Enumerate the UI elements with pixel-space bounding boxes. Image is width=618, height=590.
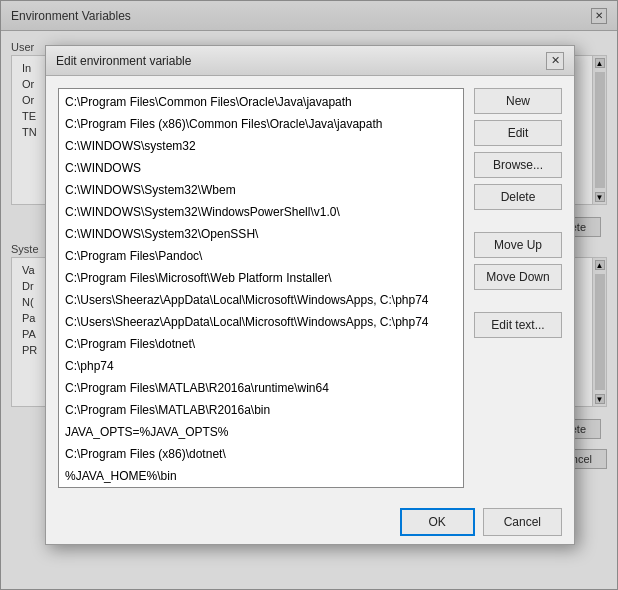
list-item[interactable]: C:\Program Files\dotnet\ [61, 333, 461, 355]
list-item[interactable]: JAVA_OPTS=%JAVA_OPTS% [61, 421, 461, 443]
delete-button[interactable]: Delete [474, 184, 562, 210]
ok-button[interactable]: OK [400, 508, 475, 536]
button-spacer [474, 216, 562, 226]
list-item[interactable]: C:\Program Files\Common Files\Oracle\Jav… [61, 91, 461, 113]
list-item[interactable]: C:\WINDOWS\System32\Wbem [61, 179, 461, 201]
browse-button[interactable]: Browse... [474, 152, 562, 178]
modal-footer: OK Cancel [46, 500, 574, 544]
new-button[interactable]: New [474, 88, 562, 114]
list-item[interactable]: C:\Users\Sheeraz\AppData\Local\Microsoft… [61, 289, 461, 311]
path-list[interactable]: C:\Program Files\Common Files\Oracle\Jav… [59, 89, 463, 487]
list-item[interactable]: C:\php74 [61, 355, 461, 377]
modal-title: Edit environment variable [56, 54, 191, 68]
modal-close-button[interactable]: ✕ [546, 52, 564, 70]
list-item[interactable]: C:\WINDOWS\system32 [61, 135, 461, 157]
list-item[interactable]: C:\Program Files (x86)\dotnet\ [61, 443, 461, 465]
move-up-button[interactable]: Move Up [474, 232, 562, 258]
path-list-container: C:\Program Files\Common Files\Oracle\Jav… [58, 88, 464, 488]
button-spacer-2 [474, 296, 562, 306]
list-item[interactable]: C:\WINDOWS [61, 157, 461, 179]
list-item[interactable]: C:\Program Files\Pandoc\ [61, 245, 461, 267]
list-item[interactable]: C:\Program Files\MATLAB\R2016a\bin [61, 399, 461, 421]
list-item[interactable]: %JAVA_HOME%\bin [61, 465, 461, 487]
list-item[interactable]: C:\Users\Sheeraz\AppData\Local\Microsoft… [61, 311, 461, 333]
modal-dialog: Edit environment variable ✕ C:\Program F… [45, 45, 575, 545]
list-item[interactable]: C:\Program Files\MATLAB\R2016a\runtime\w… [61, 377, 461, 399]
cancel-button[interactable]: Cancel [483, 508, 562, 536]
modal-body: C:\Program Files\Common Files\Oracle\Jav… [46, 76, 574, 500]
list-item[interactable]: C:\Program Files\Microsoft\Web Platform … [61, 267, 461, 289]
list-item[interactable]: C:\WINDOWS\System32\OpenSSH\ [61, 223, 461, 245]
buttons-panel: New Edit Browse... Delete Move Up Move D… [474, 88, 562, 488]
edit-button[interactable]: Edit [474, 120, 562, 146]
edit-text-button[interactable]: Edit text... [474, 312, 562, 338]
list-item[interactable]: C:\WINDOWS\System32\WindowsPowerShell\v1… [61, 201, 461, 223]
list-item[interactable]: C:\Program Files (x86)\Common Files\Orac… [61, 113, 461, 135]
move-down-button[interactable]: Move Down [474, 264, 562, 290]
modal-titlebar: Edit environment variable ✕ [46, 46, 574, 76]
